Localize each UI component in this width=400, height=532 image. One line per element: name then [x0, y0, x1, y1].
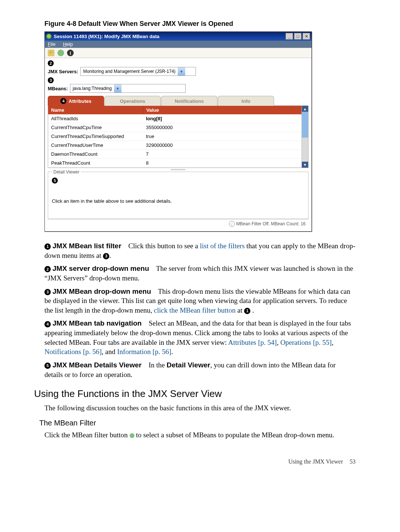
link-information[interactable]: Information [p. 56]	[117, 348, 171, 356]
mbean-filter-icon[interactable]	[57, 50, 64, 56]
chevron-down-icon[interactable]: ▼	[178, 67, 185, 75]
jmx-servers-label: JMX Servers:	[48, 69, 78, 74]
tab-label: Attributes	[69, 98, 91, 104]
callout-ref-4: 4	[44, 321, 51, 327]
col-name: Name	[48, 106, 143, 114]
tab-strip: 4 Attributes Operations Notifications In…	[48, 96, 309, 106]
maximize-button[interactable]: □	[294, 33, 301, 40]
detail-viewer: Detail Viewer 5 Click an item in the tab…	[48, 172, 309, 219]
scroll-thumb[interactable]	[302, 112, 308, 138]
jmx-servers-value: Monitoring and Management Server (JSR-17…	[81, 69, 177, 74]
status-bar: i MBean Filter Off. MBean Count: 16	[48, 219, 309, 228]
callout-ref-3: 3	[44, 289, 51, 295]
toolbar: ↶ i	[45, 48, 311, 58]
link-click-filter-button[interactable]: click the MBean filter button	[154, 306, 236, 314]
table-row[interactable]: CurrentThreadUserTime3290000000	[48, 141, 301, 150]
scrollbar[interactable]: ▲ ▼	[301, 106, 308, 168]
link-operations[interactable]: Operations [p. 55]	[280, 339, 332, 346]
callout-ref-2: 2	[44, 266, 51, 272]
table-header: Name Value	[48, 106, 301, 114]
para-1: 1 JMX MBean list filter Click this butto…	[44, 241, 356, 260]
subsection-heading: The MBean Filter	[39, 418, 356, 428]
window-title: Session 11493 (MX1): Modify JMX MBean da…	[54, 34, 159, 39]
close-button[interactable]: ✕	[303, 33, 310, 40]
para-3: 3 JMX MBean drop-down menu This drop-dow…	[44, 287, 356, 315]
section-para: The following discussion touches on the …	[44, 403, 356, 413]
tab-attributes[interactable]: 4 Attributes	[48, 96, 104, 106]
window-titlebar: Session 11493 (MX1): Modify JMX MBean da…	[45, 32, 311, 41]
para1-lead: JMX MBean list filter	[53, 242, 121, 250]
jmx-servers-dropdown[interactable]: Monitoring and Management Server (JSR-17…	[80, 67, 196, 76]
col-value: Value	[143, 106, 301, 114]
table-row[interactable]: AllThreadIdslong[8]	[48, 114, 301, 123]
help-icon[interactable]: i	[67, 50, 74, 56]
callout-3: 3	[48, 77, 54, 83]
para4-lead: JMX MBean tab navigation	[53, 319, 142, 327]
link-list-of-filters[interactable]: list of the filters	[200, 242, 245, 250]
table-row[interactable]: PeakThreadCount8	[48, 159, 301, 168]
table-row[interactable]: CurrentThreadCpuTimeSupportedtrue	[48, 132, 301, 141]
callout-ref-1b: 1	[244, 308, 250, 314]
table-row[interactable]: CurrentThreadCpuTime3550000000	[48, 123, 301, 132]
para-5: 5 JMX MBean Details Viewer In the Detail…	[44, 360, 356, 379]
footer-text: Using the JMX Viewer	[288, 458, 343, 465]
tab-notifications[interactable]: Notifications	[161, 96, 217, 106]
detail-hint: Click an item in the table above to see …	[52, 198, 304, 204]
menu-bar: File Help	[45, 41, 311, 48]
minimize-button[interactable]: _	[286, 33, 293, 40]
scroll-down-icon[interactable]: ▼	[302, 162, 308, 168]
callout-ref-1: 1	[44, 243, 51, 250]
filter-icon-inline	[130, 433, 134, 438]
table-body: AllThreadIdslong[8] CurrentThreadCpuTime…	[48, 114, 301, 168]
callout-4: 4	[60, 98, 66, 104]
callout-ref-3a: 3	[103, 253, 109, 259]
figure-caption: Figure 4-8 Default View When Server JMX …	[44, 20, 356, 28]
chevron-down-icon[interactable]: ▼	[114, 84, 121, 92]
link-attributes[interactable]: Attributes [p. 54]	[228, 339, 277, 346]
para-2: 2 JMX server drop-down menu The server f…	[44, 264, 356, 283]
callout-ref-5: 5	[44, 363, 51, 369]
info-icon: i	[229, 221, 235, 227]
scroll-up-icon[interactable]: ▲	[302, 106, 308, 112]
back-icon[interactable]: ↶	[48, 50, 54, 56]
table-row[interactable]: DaemonThreadCount7	[48, 150, 301, 159]
detail-legend: Detail Viewer	[52, 169, 81, 175]
tab-info[interactable]: Info	[218, 96, 274, 106]
tab-operations[interactable]: Operations	[104, 96, 161, 106]
status-text: MBean Filter Off. MBean Count: 16	[236, 221, 306, 226]
link-notifications[interactable]: Notifications [p. 56]	[44, 348, 102, 356]
window-buttons: _ □ ✕	[286, 33, 310, 40]
callout-2: 2	[48, 60, 54, 66]
section-heading: Using the Functions in the JMX Server Vi…	[34, 387, 356, 400]
scroll-track[interactable]	[302, 112, 308, 162]
subsection-para: Click the MBean filter button to select …	[44, 430, 356, 440]
jmx-window: Session 11493 (MX1): Modify JMX MBean da…	[44, 31, 312, 232]
para5-lead: JMX MBean Details Viewer	[53, 361, 141, 369]
footer-page-number: 53	[350, 458, 356, 465]
splitter-handle[interactable]	[48, 168, 309, 171]
mbeans-label: MBeans:	[48, 86, 68, 91]
menu-file[interactable]: File	[48, 41, 56, 47]
callout-5: 5	[52, 178, 58, 183]
page-footer: Using the JMX Viewer 53	[44, 458, 356, 465]
app-icon	[46, 34, 51, 39]
para3-lead: JMX MBean drop-down menu	[53, 287, 151, 295]
para-4: 4 JMX MBean tab navigation Select an MBe…	[44, 319, 356, 357]
mbeans-dropdown[interactable]: java.lang:Threading ▼	[70, 84, 186, 93]
menu-help[interactable]: Help	[63, 41, 73, 47]
mbeans-value: java.lang:Threading	[70, 86, 114, 91]
tab-body: Name Value AllThreadIdslong[8] CurrentTh…	[48, 105, 309, 168]
para2-lead: JMX server drop-down menu	[53, 265, 149, 272]
